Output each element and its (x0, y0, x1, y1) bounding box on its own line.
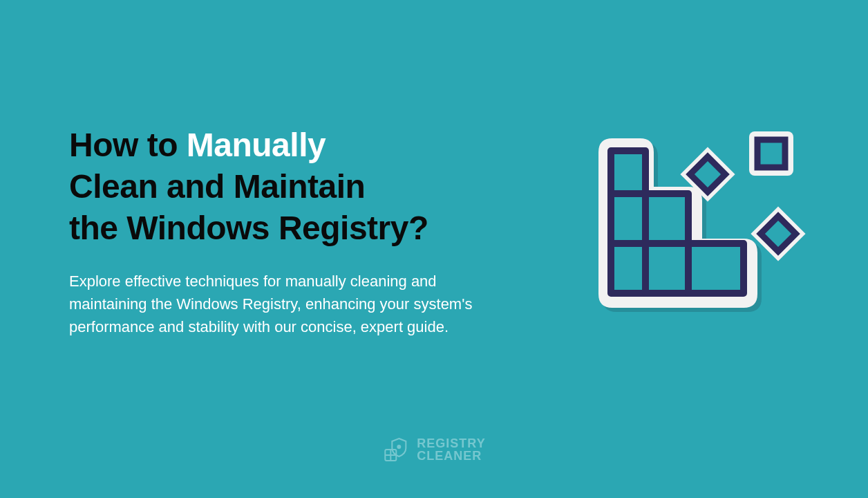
title-part2: Clean and Maintain (69, 168, 365, 205)
svg-rect-1 (611, 194, 645, 243)
svg-rect-3 (611, 243, 645, 293)
registry-blocks-icon (585, 124, 820, 318)
shield-grid-icon (382, 436, 410, 463)
title-highlight: Manually (187, 127, 326, 163)
brand-logo: REGISTRY CLEANER (382, 436, 485, 463)
svg-rect-0 (611, 151, 645, 194)
svg-rect-11 (757, 140, 785, 167)
svg-rect-5 (688, 243, 744, 293)
registry-graphic (585, 124, 820, 318)
title-part1: How to (69, 127, 187, 163)
page-title: How to Manually Clean and Maintain the W… (69, 124, 511, 249)
content-area: How to Manually Clean and Maintain the W… (69, 124, 511, 338)
svg-rect-4 (645, 243, 688, 293)
subtitle-text: Explore effective techniques for manuall… (69, 270, 511, 338)
brand-line2: CLEANER (417, 450, 485, 462)
svg-rect-2 (645, 194, 688, 243)
svg-point-15 (397, 445, 400, 448)
brand-text: REGISTRY CLEANER (417, 437, 485, 462)
title-part3: the Windows Registry? (69, 210, 428, 246)
brand-line1: REGISTRY (417, 437, 485, 450)
